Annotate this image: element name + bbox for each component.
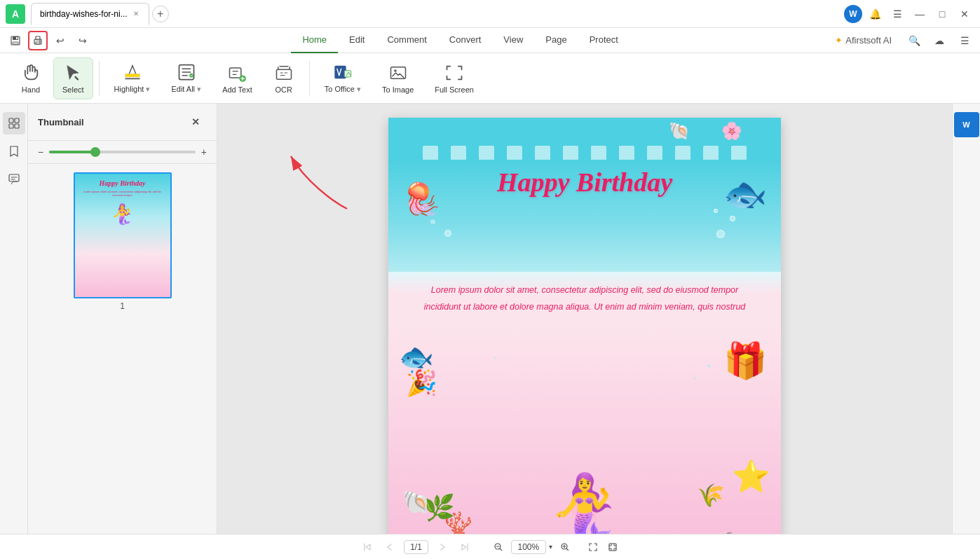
highlight-tool-btn[interactable]: Highlight ▾ (105, 57, 160, 99)
menu-tab-view[interactable]: View (492, 28, 534, 53)
close-btn[interactable]: ✕ (955, 4, 974, 24)
user-avatar[interactable]: W (844, 5, 862, 23)
to-image-label: To Image (382, 85, 414, 94)
starfish-decoration: ⭐ (732, 458, 770, 495)
cloud-sync-btn[interactable]: ☁ (930, 31, 949, 50)
zoom-dropdown-btn[interactable]: ▾ (549, 543, 552, 551)
thumbnail-close-btn[interactable]: ✕ (184, 111, 207, 133)
toolbar-separator-1 (99, 61, 100, 96)
next-page-btn[interactable] (434, 539, 451, 555)
print-btn[interactable] (28, 31, 48, 50)
menu-tab-edit[interactable]: Edit (338, 28, 376, 53)
active-tab[interactable]: birthday-wishes-for-ni... ✕ (31, 3, 149, 25)
edit-all-tool-btn[interactable]: Edit All ▾ (162, 57, 210, 99)
add-text-label: Add Text (222, 85, 252, 94)
svg-rect-22 (15, 124, 19, 128)
to-image-tool-btn[interactable]: To Image (373, 57, 423, 99)
highlight-label: Highlight ▾ (114, 85, 151, 94)
zoom-slider-track (49, 151, 93, 153)
content-area[interactable]: 🐚 🌸 🪼 🐟 Happy Birthday (217, 104, 952, 534)
hand-label: Hand (22, 85, 40, 94)
birthday-title-text: Happy Birthday (497, 167, 672, 197)
prev-page-btn[interactable] (381, 539, 398, 555)
bookmarks-sidebar-btn[interactable] (3, 140, 25, 163)
zoom-in-btn[interactable] (557, 539, 573, 555)
card-text-section: Lorem ipsum dolor sit amet, consectetur … (388, 272, 781, 326)
bubble-4 (444, 230, 451, 237)
page-indicator[interactable]: 1/1 (404, 540, 428, 554)
menu-tab-protect[interactable]: Protect (578, 28, 629, 53)
redo-btn[interactable]: ↪ (73, 31, 93, 50)
left-sidebar-icons (0, 104, 28, 534)
ocr-label: OCR (275, 85, 292, 94)
flower-top-right: 🌸 (721, 121, 742, 141)
tutorial-arrow-overlay (277, 146, 368, 216)
select-icon (63, 63, 83, 83)
search-btn[interactable]: 🔍 (904, 31, 924, 50)
thumbnail-page-1[interactable]: Happy Birthday Lorem ipsum dolor sit ame… (74, 172, 172, 311)
last-page-btn[interactable] (456, 539, 473, 555)
lorem-text: Lorem ipsum dolor sit amet, consectetur … (423, 282, 746, 316)
bottom-bar: 1/1 100% ▾ (0, 534, 980, 559)
zoom-value[interactable]: 100% (511, 540, 546, 554)
ocr-tool-btn[interactable]: OCR (264, 57, 304, 99)
save-btn[interactable] (6, 31, 25, 50)
tab-title: birthday-wishes-for-ni... (40, 9, 128, 19)
menu-tab-page[interactable]: Page (534, 28, 578, 53)
thumbnail-page-number: 1 (120, 301, 125, 311)
quick-actions: ↩ ↪ (6, 31, 93, 50)
tab-close-btn[interactable]: ✕ (132, 8, 140, 19)
seaweed-right: 🌾 (697, 482, 725, 509)
card-background: 🐚 🌸 🪼 🐟 Happy Birthday (388, 118, 781, 534)
new-tab-btn[interactable]: + (152, 6, 169, 22)
fit-page-btn[interactable] (585, 539, 601, 555)
notifications-btn[interactable]: 🔔 (865, 4, 885, 24)
zoom-display: 100% ▾ (511, 540, 552, 554)
svg-rect-8 (125, 74, 139, 77)
menu-overflow-btn[interactable]: ☰ (955, 31, 974, 50)
svg-rect-27 (609, 544, 616, 551)
hand-tool-btn[interactable]: Hand (11, 57, 50, 99)
first-page-btn[interactable] (359, 539, 376, 555)
title-bar-controls: W 🔔 ☰ — □ ✕ (844, 4, 974, 24)
full-screen-tool-btn[interactable]: Full Screen (426, 57, 483, 99)
card-bottom-section: 🐟 🎉 🎁 ⭐ 🌿 🪸 🌸 🧜‍♀️ 🐚 (388, 326, 781, 534)
minimize-btn[interactable]: — (910, 4, 930, 24)
undo-btn[interactable]: ↩ (50, 31, 70, 50)
jellyfish-decoration: 🪼 (402, 181, 441, 217)
select-tool-btn[interactable]: Select (53, 57, 93, 99)
menu-tab-comment[interactable]: Comment (376, 28, 437, 53)
zoom-in-icon[interactable]: + (201, 146, 207, 158)
add-text-tool-btn[interactable]: Add Text (213, 57, 261, 99)
right-panel-icon-1[interactable]: W (954, 112, 979, 137)
menu-tab-convert[interactable]: Convert (438, 28, 493, 53)
zoom-slider[interactable] (49, 151, 196, 153)
shell-decoration: 🐚 (402, 489, 430, 516)
comments-sidebar-btn[interactable] (3, 168, 25, 191)
toolbar-separator-2 (309, 61, 310, 96)
maximize-btn[interactable]: □ (932, 4, 952, 24)
settings-btn[interactable]: ☰ (887, 4, 907, 24)
full-screen-bottom-btn[interactable] (604, 539, 621, 555)
zoom-slider-thumb[interactable] (90, 147, 100, 157)
svg-rect-21 (9, 124, 13, 128)
toolbar: Hand Select Highlight ▾ Edit All ▾ (0, 53, 980, 104)
menu-right: ✦ Afirstsoft AI 🔍 ☁ ☰ (828, 31, 974, 50)
select-label: Select (62, 85, 84, 94)
ai-star-icon: ✦ (835, 35, 843, 46)
to-office-tool-btn[interactable]: To Office ▾ (315, 57, 370, 99)
thumbnail-sidebar-btn[interactable] (3, 112, 25, 134)
edit-all-icon (177, 62, 196, 82)
card-upper-section: 🪼 🐟 Happy Birthday (388, 160, 781, 272)
zoom-controls: 100% ▾ (490, 539, 573, 555)
menu-tab-home[interactable]: Home (291, 28, 338, 53)
thumbnail-page-1-image: Happy Birthday Lorem ipsum dolor sit ame… (74, 172, 172, 298)
to-image-icon (388, 63, 408, 83)
zoom-out-btn[interactable] (490, 539, 507, 555)
ai-button[interactable]: ✦ Afirstsoft AI (828, 32, 899, 48)
tab-bar: birthday-wishes-for-ni... ✕ + (31, 3, 844, 25)
highlight-icon (123, 62, 142, 82)
zoom-out-icon[interactable]: − (38, 146, 43, 158)
thumbnail-panel: Thumbnail ✕ − + Happy Birthday Lorem ips… (28, 104, 217, 534)
menu-tabs: Home Edit Comment Convert View Page Prot… (93, 28, 828, 53)
